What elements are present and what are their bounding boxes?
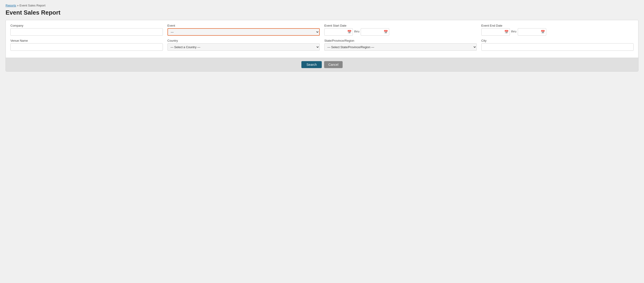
event-end-date-to-input[interactable] [519, 28, 540, 36]
event-start-date-from-wrapper: 📅 [324, 28, 353, 36]
breadcrumb-current: Event Sales Report [20, 4, 46, 7]
form-row-2: Venue Name Country — Select a Country — … [10, 39, 634, 51]
event-start-date-thru: thru [354, 30, 359, 34]
form-fields: Company Event — Event Start Date [6, 20, 638, 58]
event-end-date-to-calendar-icon[interactable]: 📅 [541, 30, 545, 34]
state-province-region-label: State/Province/Region [324, 39, 477, 42]
page-container: Reports » Event Sales Report Event Sales… [0, 0, 644, 75]
event-end-date-from-wrapper: 📅 [482, 28, 510, 36]
state-province-region-group: State/Province/Region — Select State/Pro… [324, 39, 477, 51]
event-end-date-group: Event End Date 📅 thru 📅 [482, 24, 634, 36]
event-end-date-row: 📅 thru 📅 [482, 28, 634, 36]
event-start-date-to-calendar-icon[interactable]: 📅 [384, 30, 388, 34]
country-group: Country — Select a Country — [168, 39, 320, 51]
page-title: Event Sales Report [6, 9, 638, 16]
event-start-date-from-input[interactable] [326, 28, 346, 36]
venue-name-label: Venue Name [10, 39, 163, 42]
breadcrumb-reports-link[interactable]: Reports [6, 4, 16, 7]
company-group: Company [10, 24, 163, 36]
event-end-date-from-calendar-icon[interactable]: 📅 [504, 30, 509, 34]
venue-name-input[interactable] [10, 43, 163, 51]
event-start-date-to-wrapper: 📅 [361, 28, 389, 36]
event-label: Event [168, 24, 320, 27]
country-select[interactable]: — Select a Country — [168, 43, 320, 51]
breadcrumb: Reports » Event Sales Report [6, 4, 638, 7]
event-start-date-from-calendar-icon[interactable]: 📅 [347, 30, 352, 34]
city-group: City [482, 39, 634, 51]
form-actions: Search Cancel [6, 58, 638, 71]
form-card: Company Event — Event Start Date [6, 20, 638, 72]
city-input[interactable] [482, 43, 634, 51]
state-province-region-select[interactable]: — Select State/Province/Region — [324, 43, 477, 51]
company-label: Company [10, 24, 163, 27]
event-start-date-label: Event Start Date [324, 24, 477, 27]
event-start-date-to-input[interactable] [362, 28, 383, 36]
search-button[interactable]: Search [302, 61, 322, 68]
event-end-date-from-input[interactable] [482, 28, 504, 36]
city-label: City [482, 39, 634, 42]
event-end-date-label: Event End Date [482, 24, 634, 27]
event-start-date-row: 📅 thru 📅 [324, 28, 477, 36]
event-end-date-thru: thru [511, 30, 516, 34]
event-select[interactable]: — [168, 28, 320, 36]
breadcrumb-separator: » [17, 4, 18, 7]
company-input[interactable] [10, 28, 163, 36]
cancel-button[interactable]: Cancel [324, 61, 342, 68]
country-label: Country [168, 39, 320, 42]
event-start-date-group: Event Start Date 📅 thru 📅 [324, 24, 477, 36]
venue-name-group: Venue Name [10, 39, 163, 51]
form-row-1: Company Event — Event Start Date [10, 24, 634, 36]
event-group: Event — [168, 24, 320, 36]
event-end-date-to-wrapper: 📅 [518, 28, 546, 36]
